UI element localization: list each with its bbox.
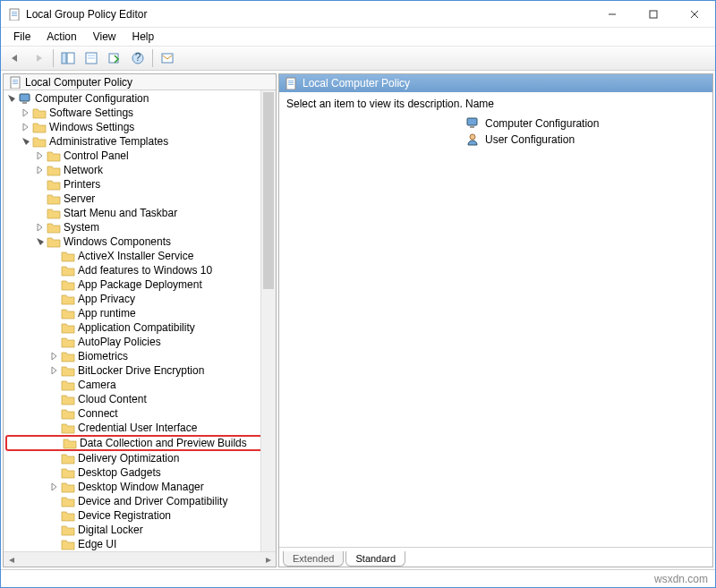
tree-item[interactable]: Device Registration	[5, 508, 276, 523]
tree-header-label: Local Computer Policy	[25, 76, 132, 89]
tab-extended[interactable]: Extended	[283, 551, 344, 567]
tree-item[interactable]: ActiveX Installer Service	[5, 249, 276, 263]
tree-twisty[interactable]	[5, 94, 18, 103]
tree-item[interactable]: App Package Deployment	[5, 277, 276, 292]
tree-item[interactable]: Data Collection and Preview Builds	[5, 435, 276, 451]
tree-item-label: BitLocker Drive Encryption	[78, 364, 204, 377]
tree-item[interactable]: Windows Settings	[5, 120, 276, 134]
folder-icon	[61, 350, 75, 362]
details-header: Local Computer Policy	[279, 74, 712, 92]
tree-item[interactable]: Software Settings	[5, 106, 276, 120]
properties-button[interactable]	[81, 48, 102, 68]
tree-twisty[interactable]	[34, 166, 47, 175]
tree-twisty[interactable]	[20, 108, 32, 117]
menu-view[interactable]: View	[86, 29, 124, 45]
tree-twisty[interactable]	[48, 366, 61, 375]
menu-file[interactable]: File	[6, 29, 38, 45]
back-button[interactable]	[4, 48, 26, 68]
tree-twisty[interactable]	[48, 482, 61, 491]
folder-icon	[47, 235, 61, 248]
scrollbar-thumb[interactable]	[263, 92, 274, 289]
tree-item[interactable]: Add features to Windows 10	[5, 263, 276, 277]
tree-item[interactable]: Printers	[5, 177, 276, 192]
tree-item[interactable]: Desktop Gadgets	[5, 465, 276, 480]
column-header-name[interactable]: Name	[465, 98, 705, 115]
menu-action[interactable]: Action	[39, 29, 83, 45]
close-button[interactable]	[674, 1, 715, 28]
minimize-button[interactable]	[592, 1, 633, 28]
folder-icon	[61, 336, 75, 348]
tree-item[interactable]: System	[5, 220, 276, 234]
tree-item[interactable]: Connect	[5, 406, 276, 421]
tree-item[interactable]: Server	[5, 192, 276, 206]
scroll-right-button[interactable]: ▸	[260, 552, 276, 567]
tree-item[interactable]: Application Compatibility	[5, 320, 276, 335]
tree-twisty[interactable]	[48, 352, 61, 361]
app-icon	[8, 8, 21, 21]
tree-item[interactable]: Credential User Interface	[5, 421, 276, 435]
policy-icon	[285, 77, 297, 89]
tree-item-label: ActiveX Installer Service	[78, 250, 193, 262]
tree-item[interactable]: Start Menu and Taskbar	[5, 206, 276, 220]
tree-item[interactable]: Desktop Window Manager	[5, 480, 276, 494]
horizontal-scrollbar[interactable]: ◂ ▸	[4, 551, 276, 567]
tree-item[interactable]: Camera	[5, 378, 276, 392]
svg-text:?: ?	[135, 52, 141, 64]
tree-item-label: App Package Deployment	[78, 278, 202, 291]
window-title: Local Group Policy Editor	[26, 8, 592, 21]
tree-item[interactable]: Computer Configuration	[5, 91, 276, 106]
list-item-label: User Configuration	[485, 133, 575, 146]
tree-item[interactable]: Cloud Content	[5, 392, 276, 406]
tree-item[interactable]: App runtime	[5, 306, 276, 320]
view-tabs: Extended Standard	[279, 547, 712, 567]
show-tree-button[interactable]	[57, 48, 79, 68]
tree-item-label: Connect	[78, 407, 118, 420]
tree-item[interactable]: Device and Driver Compatibility	[5, 494, 276, 508]
tree-item[interactable]: Edge UI	[5, 537, 276, 551]
menubar: File Action View Help	[1, 28, 715, 46]
help-button[interactable]: ?	[127, 48, 149, 68]
folder-icon	[61, 509, 75, 522]
tree-item-label: Add features to Windows 10	[78, 264, 212, 277]
vertical-scrollbar[interactable]	[260, 90, 276, 551]
tree-item[interactable]: App Privacy	[5, 292, 276, 306]
forward-button[interactable]	[28, 48, 49, 68]
export-button[interactable]	[104, 48, 125, 68]
maximize-button[interactable]	[633, 1, 674, 28]
folder-icon	[61, 379, 75, 391]
tree-twisty[interactable]	[34, 223, 47, 232]
tree-item-label: Server	[64, 192, 95, 205]
tree-item-label: Start Menu and Taskbar	[64, 207, 177, 219]
scroll-left-button[interactable]: ◂	[4, 552, 19, 567]
tree-item[interactable]: Delivery Optimization	[5, 451, 276, 465]
tree-twisty[interactable]	[20, 137, 32, 146]
folder-icon	[61, 278, 75, 291]
tree-twisty[interactable]	[34, 151, 47, 160]
tree-item[interactable]: Administrative Templates	[5, 134, 276, 149]
folder-icon	[61, 250, 75, 262]
tree-twisty[interactable]	[20, 123, 32, 132]
list-item[interactable]: User Configuration	[465, 132, 705, 148]
tree-item-label: System	[64, 221, 99, 234]
tree-twisty[interactable]	[34, 237, 47, 246]
body: Local Computer Policy Computer Configura…	[1, 71, 715, 569]
tree-item[interactable]: Control Panel	[5, 149, 276, 163]
tree-header[interactable]: Local Computer Policy	[4, 74, 276, 90]
folder-icon	[32, 107, 47, 119]
folder-icon	[61, 422, 75, 434]
tree-item[interactable]: Biometrics	[5, 349, 276, 363]
filter-button[interactable]	[157, 48, 178, 68]
tree-item[interactable]: Network	[5, 163, 276, 177]
folder-icon	[61, 524, 75, 536]
tree-item[interactable]: AutoPlay Policies	[5, 335, 276, 349]
tab-standard[interactable]: Standard	[345, 551, 405, 567]
tree-item[interactable]: Digital Locker	[5, 523, 276, 537]
folder-icon	[47, 164, 61, 176]
folder-icon	[47, 192, 61, 205]
tree-item-label: Device Registration	[78, 509, 171, 522]
tree-item[interactable]: BitLocker Drive Encryption	[5, 363, 276, 378]
tree-item[interactable]: Windows Components	[5, 234, 276, 249]
list-item[interactable]: Computer Configuration	[465, 115, 705, 132]
menu-help[interactable]: Help	[125, 29, 162, 45]
folder-icon	[47, 149, 61, 162]
